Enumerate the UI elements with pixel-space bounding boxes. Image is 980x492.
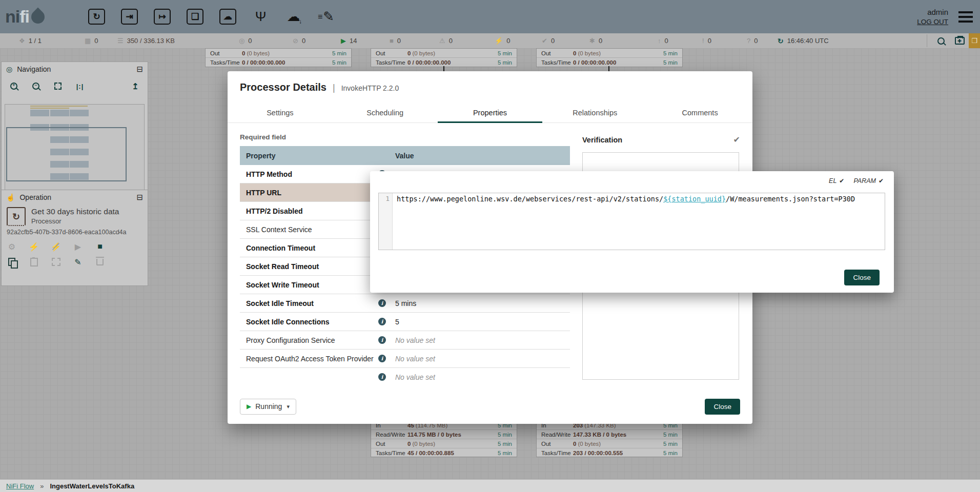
play-icon: ▶ xyxy=(247,403,251,410)
property-row[interactable]: Request OAuth2 Access Token Provider No … xyxy=(240,350,570,368)
info-icon[interactable] xyxy=(378,355,386,362)
info-icon[interactable] xyxy=(378,336,386,344)
dialog-header: Processor Details | InvokeHTTP 2.2.0 xyxy=(228,71,752,95)
info-icon[interactable] xyxy=(378,373,386,381)
property-row[interactable]: Socket Idle Timeout 5 mins xyxy=(240,294,570,313)
property-name: Socket Idle Timeout xyxy=(246,299,378,308)
property-name: HTTP URL xyxy=(246,189,378,197)
editor-close-button[interactable]: Close xyxy=(844,270,880,285)
verification-title: Verification xyxy=(582,136,622,144)
property-column-header: Property xyxy=(246,152,388,160)
dialog-tab[interactable]: Settings xyxy=(228,103,333,122)
properties-table-header: Property Value xyxy=(240,146,570,165)
required-field-label: Required field xyxy=(240,133,286,141)
property-name: Socket Idle Connections xyxy=(246,318,378,326)
property-row[interactable]: Proxy Configuration Service No value set xyxy=(240,331,570,350)
code-editor[interactable]: 1 https://www.pegelonline.wsv.de/webserv… xyxy=(378,193,885,250)
run-state-label: Running xyxy=(255,402,282,411)
line-number: 1 xyxy=(385,195,390,202)
dialog-subtitle: InvokeHTTP 2.2.0 xyxy=(341,84,399,92)
property-name: Socket Write Timeout xyxy=(246,281,378,289)
property-name: Connection Timeout xyxy=(246,244,378,252)
dialog-tabs: Settings Scheduling Properties Relations… xyxy=(228,103,752,123)
dialog-title: Processor Details xyxy=(240,81,326,93)
editor-hints: EL✔ PARAM✔ xyxy=(829,177,884,184)
value-column-header: Value xyxy=(395,152,414,160)
dialog-tab[interactable]: Scheduling xyxy=(333,103,438,122)
property-row[interactable]: No value set xyxy=(240,368,570,381)
info-icon[interactable] xyxy=(378,318,386,325)
dialog-tab[interactable]: Comments xyxy=(647,103,752,122)
line-number-gutter: 1 xyxy=(379,193,393,250)
param-supported-hint: PARAM✔ xyxy=(853,177,884,184)
url-prefix: https://www.pegelonline.wsv.de/webservic… xyxy=(397,195,663,203)
property-name: HTTP/2 Disabled xyxy=(246,207,378,215)
dialog-tab[interactable]: Properties xyxy=(438,103,543,122)
property-name: SSL Context Service xyxy=(246,225,378,234)
el-expression: ${station_uuid} xyxy=(663,195,726,203)
info-icon[interactable] xyxy=(378,299,386,307)
verification-header: Verification ✔ xyxy=(582,135,740,145)
property-value: 5 xyxy=(395,318,399,326)
chevron-down-icon: ▾ xyxy=(287,403,290,410)
property-value: No value set xyxy=(395,336,435,344)
property-name: Socket Read Timeout xyxy=(246,262,378,271)
property-value: No value set xyxy=(395,355,435,363)
check-icon: ✔ xyxy=(879,177,884,184)
property-value-editor: EL✔ PARAM✔ 1 https://www.pegelonline.wsv… xyxy=(370,171,894,293)
check-icon: ✔ xyxy=(839,177,844,184)
property-value: No value set xyxy=(395,373,435,381)
property-row[interactable]: Socket Idle Connections 5 xyxy=(240,313,570,331)
verification-check-icon[interactable]: ✔ xyxy=(733,135,740,145)
dialog-close-button[interactable]: Close xyxy=(705,399,740,415)
dialog-footer: ▶ Running ▾ Close xyxy=(240,398,740,415)
dialog-tab[interactable]: Relationships xyxy=(542,103,647,122)
property-name: Proxy Configuration Service xyxy=(246,336,378,344)
property-name: HTTP Method xyxy=(246,170,378,178)
title-separator: | xyxy=(333,83,335,93)
property-value: 5 mins xyxy=(395,299,416,308)
url-suffix: /W/measurements.json?start=P30D xyxy=(726,195,855,203)
el-supported-hint: EL✔ xyxy=(829,177,844,184)
property-name: Request OAuth2 Access Token Provider xyxy=(246,355,378,363)
editor-content[interactable]: https://www.pegelonline.wsv.de/webservic… xyxy=(393,193,885,250)
run-state-button[interactable]: ▶ Running ▾ xyxy=(240,399,296,415)
